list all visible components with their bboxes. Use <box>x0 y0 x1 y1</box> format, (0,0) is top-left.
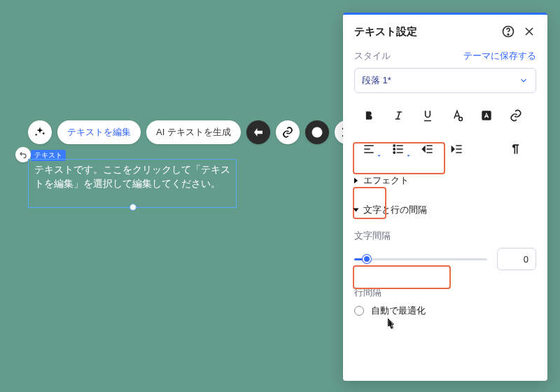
svg-point-8 <box>393 152 395 153</box>
link-button[interactable] <box>276 120 300 144</box>
outdent-button[interactable] <box>413 135 442 163</box>
floating-toolbar: テキストを編集 AI テキストを生成 ? <box>28 120 358 144</box>
svg-text:?: ? <box>315 128 319 136</box>
list-button[interactable] <box>384 135 413 163</box>
text-settings-panel: テキスト設定 スタイル テーマに保存する 段落 1* <box>343 13 547 381</box>
panel-title: テキスト設定 <box>354 25 494 38</box>
bold-button[interactable] <box>354 102 384 130</box>
style-select[interactable]: 段落 1* <box>354 68 536 93</box>
ai-sparkle-button[interactable] <box>28 120 52 144</box>
style-select-value: 段落 1* <box>362 74 391 87</box>
text-link-button[interactable] <box>501 102 531 130</box>
svg-point-6 <box>393 145 395 146</box>
indent-button[interactable] <box>442 135 472 163</box>
text-element[interactable]: テキストです。ここをクリックして「テキストを編集」を選択して編集してください。 <box>28 159 237 208</box>
chevron-down-icon <box>405 153 412 159</box>
style-label: スタイル <box>354 50 391 62</box>
panel-close-button[interactable] <box>522 24 536 38</box>
char-spacing-input[interactable]: 0 <box>497 248 536 270</box>
save-to-theme-link[interactable]: テーマに保存する <box>463 50 536 62</box>
align-button[interactable] <box>354 135 384 163</box>
spacing-expander[interactable]: 文字と行の間隔 <box>343 195 547 225</box>
line-spacing-label: 行間隔 <box>343 272 547 300</box>
animation-button[interactable] <box>246 120 270 144</box>
text-color-button[interactable] <box>442 102 472 130</box>
svg-point-3 <box>507 34 509 35</box>
char-spacing-label: 文字間隔 <box>343 225 547 244</box>
ai-generate-text-button[interactable]: AI テキストを生成 <box>146 120 241 144</box>
triangle-down-icon <box>354 209 359 212</box>
auto-optimize-label: 自動で最適化 <box>371 304 426 317</box>
edit-text-button[interactable]: テキストを編集 <box>57 120 141 144</box>
italic-button[interactable] <box>384 102 413 130</box>
help-button[interactable]: ? <box>305 120 329 144</box>
underline-button[interactable] <box>413 102 442 130</box>
highlight-color-button[interactable] <box>472 102 501 130</box>
svg-point-4 <box>459 118 463 121</box>
panel-help-button[interactable] <box>501 24 515 38</box>
char-spacing-slider[interactable] <box>354 253 487 265</box>
svg-point-7 <box>393 148 395 150</box>
text-direction-button[interactable] <box>501 135 531 163</box>
spacing-label: 文字と行の間隔 <box>363 204 427 216</box>
effects-expander[interactable]: エフェクト <box>343 166 547 195</box>
triangle-right-icon <box>354 178 358 183</box>
effects-label: エフェクト <box>363 174 409 187</box>
chevron-down-icon <box>376 153 382 159</box>
auto-optimize-radio[interactable] <box>354 306 364 316</box>
chevron-down-icon <box>519 76 528 85</box>
